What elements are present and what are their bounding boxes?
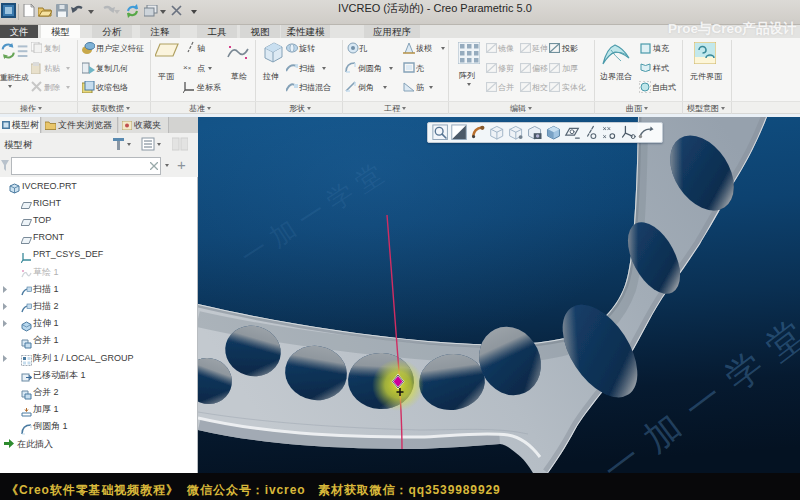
- svg-text:×: ×: [603, 132, 607, 141]
- svg-text:××: ××: [183, 63, 192, 72]
